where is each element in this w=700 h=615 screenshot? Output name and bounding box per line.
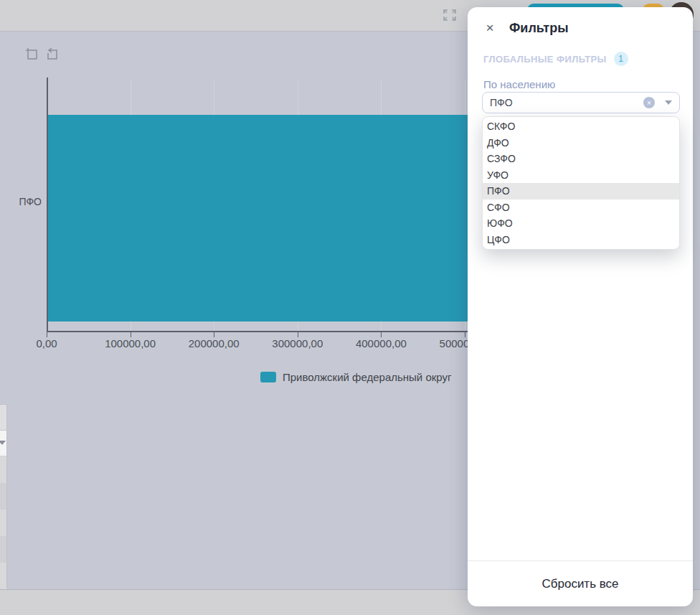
filters-panel-title: Фильтры [509, 21, 569, 36]
y-axis-line [47, 78, 48, 332]
x-tick-mark [214, 332, 214, 337]
population-filter-select[interactable]: ПФО × [482, 92, 680, 113]
chart-bar-pfo[interactable] [48, 115, 478, 321]
box-zoom-icon[interactable] [25, 47, 39, 62]
dropdown-option-уфо[interactable]: УФО [483, 167, 679, 184]
filters-count-badge: 1 [614, 52, 628, 66]
y-axis-category-label: ПФО [10, 196, 42, 207]
x-tick-label: 400000,00 [346, 337, 415, 349]
x-tick-label: 0,00 [12, 337, 81, 349]
chart-legend[interactable]: Приволжский федеральный округ [260, 371, 451, 383]
fullscreen-expand-icon[interactable] [440, 6, 459, 24]
global-filters-label: ГЛОБАЛЬНЫЕ ФИЛЬТРЫ [483, 54, 607, 65]
filters-panel-footer: Сбросить все [468, 560, 693, 606]
filters-panel-header: × Фильтры [468, 7, 693, 49]
x-tick-mark [381, 332, 382, 337]
global-filters-section: ГЛОБАЛЬНЫЕ ФИЛЬТРЫ 1 [483, 52, 628, 66]
dropdown-option-дфо[interactable]: ДФО [483, 135, 679, 151]
table-edge-sort-icon [0, 431, 6, 456]
x-tick-label: 100000,00 [96, 337, 165, 349]
x-tick-label: 300000,00 [263, 337, 332, 349]
chevron-down-icon[interactable] [665, 100, 672, 105]
dropdown-option-цфо[interactable]: ЦФО [483, 232, 679, 248]
clear-selection-icon[interactable]: × [643, 97, 655, 108]
legend-swatch [260, 372, 276, 382]
legend-label: Приволжский федеральный округ [283, 371, 451, 383]
dashboard-page: { "colors": { "accent_teal": "#2598b4", … [0, 0, 700, 615]
dropdown-option-скфо[interactable]: СКФО [483, 118, 679, 135]
x-tick-mark [465, 332, 465, 337]
x-tick-label: 200000,00 [179, 337, 248, 349]
table-edge-header [0, 405, 6, 431]
filter-select-value: ПФО [490, 97, 643, 108]
filter-options-dropdown: СКФОДФОСЗФОУФОПФОСФОЮФОЦФО [482, 116, 680, 250]
reset-all-button[interactable]: Сбросить все [541, 577, 618, 591]
dropdown-option-юфо[interactable]: ЮФО [483, 215, 679, 232]
undo-zoom-icon[interactable] [45, 47, 60, 62]
x-tick-mark [131, 332, 131, 337]
close-icon[interactable]: × [483, 22, 496, 34]
dropdown-option-сзфо[interactable]: СЗФО [483, 151, 679, 167]
table-widget-edge [0, 404, 7, 588]
x-tick-mark [47, 332, 47, 337]
x-tick-mark [298, 332, 298, 337]
dropdown-option-сфо[interactable]: СФО [483, 199, 679, 216]
dropdown-option-пфо[interactable]: ПФО [483, 183, 679, 199]
filter-field-label: По населению [483, 78, 555, 90]
chart-toolbar [25, 47, 60, 62]
filters-panel: × Фильтры ГЛОБАЛЬНЫЕ ФИЛЬТРЫ 1 По населе… [468, 7, 693, 606]
